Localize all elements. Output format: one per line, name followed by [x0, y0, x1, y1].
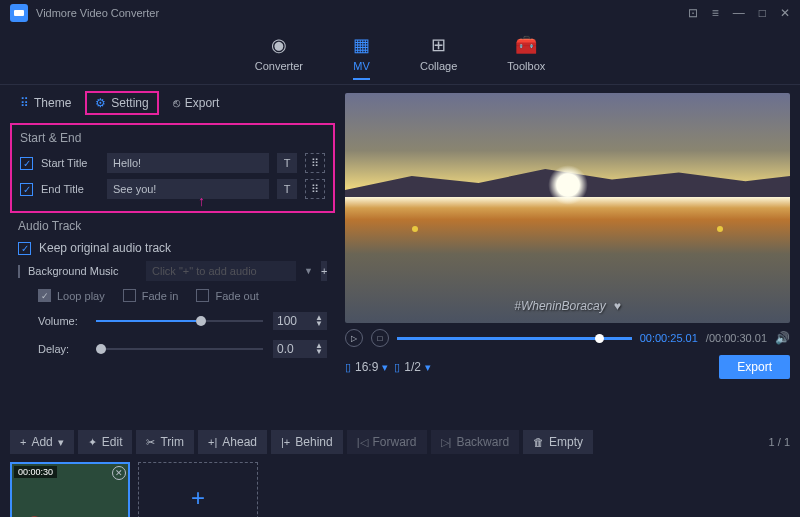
start-title-font-button[interactable]: T: [277, 153, 297, 173]
app-title: Vidmore Video Converter: [36, 7, 159, 19]
subtab-setting[interactable]: ⚙ Setting: [85, 91, 158, 115]
start-end-title: Start & End: [20, 131, 325, 145]
mv-icon: ▦: [353, 34, 370, 56]
heart-icon: ♥: [614, 299, 621, 313]
tab-collage[interactable]: ⊞ Collage: [420, 34, 457, 80]
loop-play-checkbox[interactable]: [38, 289, 51, 302]
page-indicator: 1 / 1: [769, 436, 790, 448]
delay-slider[interactable]: [96, 348, 263, 350]
fade-out-label: Fade out: [215, 290, 258, 302]
theme-icon: ⠿: [20, 96, 29, 110]
subtab-setting-label: Setting: [111, 96, 148, 110]
empty-button[interactable]: 🗑 Empty: [523, 430, 593, 454]
backward-button[interactable]: ▷| Backward: [431, 430, 520, 454]
clip-toolbar: + Add ▾ ✦ Edit ✂ Trim +| Ahead |+ Behind…: [0, 422, 800, 462]
aspect-ratio-button[interactable]: ▯ 16:9 ▾: [345, 360, 388, 374]
time-current: 00:00:25.01: [640, 332, 698, 344]
end-title-input[interactable]: [107, 179, 269, 199]
audio-track-section: Audio Track Keep original audio track Ba…: [10, 213, 335, 374]
behind-button[interactable]: |+ Behind: [271, 430, 343, 454]
volume-icon[interactable]: 🔊: [775, 331, 790, 345]
time-total: /00:00:30.01: [706, 332, 767, 344]
add-clip-button[interactable]: +: [138, 462, 258, 517]
menu-icon[interactable]: ≡: [712, 6, 719, 20]
subtab-theme[interactable]: ⠿ Theme: [10, 91, 81, 115]
subtab-export[interactable]: ⎋ Export: [163, 91, 230, 115]
clips-area: 00:00:30 ✕ ▷ 🔇 ✦ ✂ +: [0, 462, 800, 517]
keep-original-checkbox[interactable]: [18, 242, 31, 255]
start-title-checkbox[interactable]: [20, 157, 33, 170]
minimize-icon[interactable]: —: [733, 6, 745, 20]
audio-track-title: Audio Track: [18, 219, 327, 233]
edit-button[interactable]: ✦ Edit: [78, 430, 133, 454]
start-end-section: Start & End Start Title T ⠿ End Title T …: [10, 123, 335, 213]
gear-icon: ⚙: [95, 96, 106, 110]
collage-icon: ⊞: [431, 34, 446, 56]
keep-original-label: Keep original audio track: [39, 241, 171, 255]
fade-in-checkbox[interactable]: [123, 289, 136, 302]
bg-music-checkbox[interactable]: [18, 265, 20, 278]
delay-label: Delay:: [38, 343, 86, 355]
end-title-label: End Title: [41, 183, 99, 195]
clip-item[interactable]: 00:00:30 ✕ ▷ 🔇 ✦ ✂: [10, 462, 130, 517]
maximize-icon[interactable]: □: [759, 6, 766, 20]
tab-toolbox-label: Toolbox: [507, 60, 545, 72]
feedback-icon[interactable]: ⊡: [688, 6, 698, 20]
start-title-color-button[interactable]: ⠿: [305, 153, 325, 173]
add-audio-button[interactable]: +: [321, 261, 327, 281]
scale-button[interactable]: ▯ 1/2 ▾: [394, 360, 431, 374]
export-icon: ⎋: [173, 96, 180, 110]
start-title-label: Start Title: [41, 157, 99, 169]
volume-value[interactable]: 100▲▼: [273, 312, 327, 330]
titlebar: Vidmore Video Converter ⊡ ≡ — □ ✕: [0, 0, 800, 26]
loop-play-label: Loop play: [57, 290, 105, 302]
delay-value[interactable]: 0.0▲▼: [273, 340, 327, 358]
export-button[interactable]: Export: [719, 355, 790, 379]
clip-duration: 00:00:30: [14, 466, 57, 478]
subtab-theme-label: Theme: [34, 96, 71, 110]
tab-collage-label: Collage: [420, 60, 457, 72]
close-icon[interactable]: ✕: [780, 6, 790, 20]
end-title-font-button[interactable]: T: [277, 179, 297, 199]
subtab-export-label: Export: [185, 96, 220, 110]
forward-button[interactable]: |◁ Forward: [347, 430, 427, 454]
bg-music-label: Background Music: [28, 265, 138, 277]
app-logo: [10, 4, 28, 22]
converter-icon: ◉: [271, 34, 287, 56]
fade-out-checkbox[interactable]: [196, 289, 209, 302]
play-button[interactable]: ▷: [345, 329, 363, 347]
fade-in-label: Fade in: [142, 290, 179, 302]
end-title-color-button[interactable]: ⠿: [305, 179, 325, 199]
progress-bar[interactable]: [397, 337, 632, 340]
start-title-input[interactable]: [107, 153, 269, 173]
tab-mv-label: MV: [353, 60, 370, 72]
ahead-button[interactable]: +| Ahead: [198, 430, 267, 454]
end-title-checkbox[interactable]: [20, 183, 33, 196]
tab-converter-label: Converter: [255, 60, 303, 72]
tab-toolbox[interactable]: 🧰 Toolbox: [507, 34, 545, 80]
bg-music-input[interactable]: [146, 261, 296, 281]
trim-button[interactable]: ✂ Trim: [136, 430, 194, 454]
volume-slider[interactable]: [96, 320, 263, 322]
preview-caption: #WheninBoracay ♥: [514, 299, 621, 313]
stop-button[interactable]: □: [371, 329, 389, 347]
add-button[interactable]: + Add ▾: [10, 430, 74, 454]
tab-converter[interactable]: ◉ Converter: [255, 34, 303, 80]
clip-remove-button[interactable]: ✕: [112, 466, 126, 480]
tab-mv[interactable]: ▦ MV: [353, 34, 370, 80]
video-preview[interactable]: #WheninBoracay ♥: [345, 93, 790, 323]
annotation-arrow-icon: ↑: [198, 193, 205, 209]
volume-label: Volume:: [38, 315, 86, 327]
main-tabs: ◉ Converter ▦ MV ⊞ Collage 🧰 Toolbox: [0, 26, 800, 85]
toolbox-icon: 🧰: [515, 34, 537, 56]
